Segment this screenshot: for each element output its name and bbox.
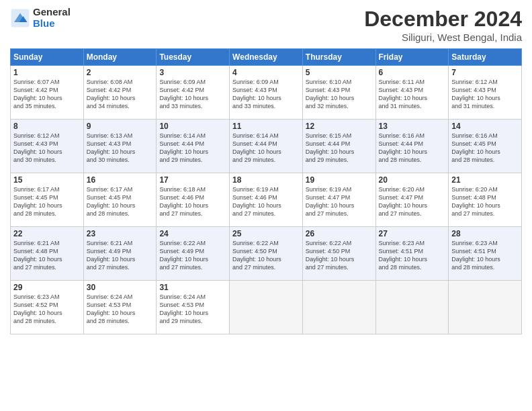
logo-text: General Blue (33, 7, 71, 29)
col-monday: Monday (83, 49, 157, 66)
day-info: Sunrise: 6:18 AMSunset: 4:46 PMDaylight:… (159, 186, 208, 217)
table-row (230, 281, 303, 334)
table-row (302, 281, 375, 334)
day-info: Sunrise: 6:14 AMSunset: 4:44 PMDaylight:… (232, 132, 281, 163)
day-info: Sunrise: 6:10 AMSunset: 4:43 PMDaylight:… (306, 79, 355, 109)
table-row: 25 Sunrise: 6:22 AMSunset: 4:50 PMDaylig… (230, 227, 303, 281)
table-row: 1 Sunrise: 6:07 AMSunset: 4:42 PMDayligh… (11, 66, 84, 120)
day-info: Sunrise: 6:23 AMSunset: 4:51 PMDaylight:… (379, 240, 428, 271)
day-info: Sunrise: 6:08 AMSunset: 4:42 PMDaylight:… (87, 79, 136, 109)
table-row: 10 Sunrise: 6:14 AMSunset: 4:44 PMDaylig… (157, 120, 230, 173)
table-row: 8 Sunrise: 6:12 AMSunset: 4:43 PMDayligh… (11, 120, 84, 173)
calendar-row: 8 Sunrise: 6:12 AMSunset: 4:43 PMDayligh… (11, 120, 522, 173)
day-info: Sunrise: 6:23 AMSunset: 4:52 PMDaylight:… (13, 293, 62, 324)
day-number: 14 (451, 122, 519, 131)
table-row: 27 Sunrise: 6:23 AMSunset: 4:51 PMDaylig… (375, 227, 449, 281)
day-info: Sunrise: 6:22 AMSunset: 4:50 PMDaylight:… (232, 240, 281, 271)
day-number: 28 (451, 229, 519, 238)
day-number: 9 (87, 122, 154, 131)
calendar-row: 15 Sunrise: 6:17 AMSunset: 4:45 PMDaylig… (11, 173, 522, 227)
day-number: 31 (159, 283, 226, 292)
table-row: 30 Sunrise: 6:24 AMSunset: 4:53 PMDaylig… (83, 281, 157, 334)
day-info: Sunrise: 6:22 AMSunset: 4:49 PMDaylight:… (159, 240, 208, 271)
day-number: 17 (159, 175, 226, 185)
table-row: 4 Sunrise: 6:09 AMSunset: 4:43 PMDayligh… (230, 66, 303, 120)
table-row: 15 Sunrise: 6:17 AMSunset: 4:45 PMDaylig… (11, 173, 84, 227)
day-info: Sunrise: 6:12 AMSunset: 4:43 PMDaylight:… (13, 132, 62, 163)
col-thursday: Thursday (302, 49, 375, 66)
table-row: 9 Sunrise: 6:13 AMSunset: 4:43 PMDayligh… (83, 120, 157, 173)
title-block: December 2024 Siliguri, West Bengal, Ind… (364, 7, 522, 43)
day-info: Sunrise: 6:15 AMSunset: 4:44 PMDaylight:… (306, 132, 355, 163)
day-number: 16 (87, 175, 154, 185)
calendar-table: Sunday Monday Tuesday Wednesday Thursday… (10, 48, 522, 334)
col-sunday: Sunday (11, 49, 84, 66)
day-number: 12 (306, 122, 373, 131)
table-row: 2 Sunrise: 6:08 AMSunset: 4:42 PMDayligh… (83, 66, 157, 120)
logo-icon (10, 8, 30, 28)
day-number: 22 (13, 229, 81, 238)
day-info: Sunrise: 6:21 AMSunset: 4:49 PMDaylight:… (87, 240, 136, 271)
day-info: Sunrise: 6:17 AMSunset: 4:45 PMDaylight:… (13, 186, 62, 217)
day-info: Sunrise: 6:14 AMSunset: 4:44 PMDaylight:… (159, 132, 208, 163)
day-number: 3 (159, 68, 226, 77)
table-row: 21 Sunrise: 6:20 AMSunset: 4:48 PMDaylig… (449, 173, 522, 227)
table-row: 7 Sunrise: 6:12 AMSunset: 4:43 PMDayligh… (449, 66, 522, 120)
day-number: 20 (379, 175, 446, 185)
day-number: 21 (451, 175, 519, 185)
col-wednesday: Wednesday (230, 49, 303, 66)
day-number: 1 (13, 68, 81, 77)
day-info: Sunrise: 6:20 AMSunset: 4:47 PMDaylight:… (379, 186, 428, 217)
day-number: 8 (13, 122, 81, 131)
table-row: 28 Sunrise: 6:23 AMSunset: 4:51 PMDaylig… (449, 227, 522, 281)
day-info: Sunrise: 6:24 AMSunset: 4:53 PMDaylight:… (87, 293, 136, 324)
day-number: 30 (87, 283, 154, 292)
calendar-row: 29 Sunrise: 6:23 AMSunset: 4:52 PMDaylig… (11, 281, 522, 334)
table-row: 6 Sunrise: 6:11 AMSunset: 4:43 PMDayligh… (375, 66, 449, 120)
table-row: 13 Sunrise: 6:16 AMSunset: 4:44 PMDaylig… (375, 120, 449, 173)
day-number: 15 (13, 175, 81, 185)
day-info: Sunrise: 6:16 AMSunset: 4:44 PMDaylight:… (379, 132, 428, 163)
table-row: 24 Sunrise: 6:22 AMSunset: 4:49 PMDaylig… (157, 227, 230, 281)
day-number: 11 (232, 122, 300, 131)
day-number: 10 (159, 122, 226, 131)
table-row: 14 Sunrise: 6:16 AMSunset: 4:45 PMDaylig… (449, 120, 522, 173)
day-info: Sunrise: 6:09 AMSunset: 4:42 PMDaylight:… (159, 79, 208, 109)
calendar-header-row: Sunday Monday Tuesday Wednesday Thursday… (11, 49, 522, 66)
day-info: Sunrise: 6:21 AMSunset: 4:48 PMDaylight:… (13, 240, 62, 271)
day-info: Sunrise: 6:13 AMSunset: 4:43 PMDaylight:… (87, 132, 136, 163)
day-number: 23 (87, 229, 154, 238)
day-number: 4 (232, 68, 300, 77)
table-row: 29 Sunrise: 6:23 AMSunset: 4:52 PMDaylig… (11, 281, 84, 334)
table-row: 16 Sunrise: 6:17 AMSunset: 4:45 PMDaylig… (83, 173, 157, 227)
day-number: 18 (232, 175, 300, 185)
day-info: Sunrise: 6:09 AMSunset: 4:43 PMDaylight:… (232, 79, 281, 109)
day-number: 19 (306, 175, 373, 185)
page-header: General Blue December 2024 Siliguri, Wes… (10, 7, 522, 43)
day-number: 27 (379, 229, 446, 238)
table-row (449, 281, 522, 334)
day-number: 25 (232, 229, 300, 238)
day-info: Sunrise: 6:23 AMSunset: 4:51 PMDaylight:… (451, 240, 500, 271)
day-info: Sunrise: 6:20 AMSunset: 4:48 PMDaylight:… (451, 186, 500, 217)
day-number: 13 (379, 122, 446, 131)
table-row: 26 Sunrise: 6:22 AMSunset: 4:50 PMDaylig… (302, 227, 375, 281)
table-row: 22 Sunrise: 6:21 AMSunset: 4:48 PMDaylig… (11, 227, 84, 281)
day-info: Sunrise: 6:12 AMSunset: 4:43 PMDaylight:… (451, 79, 500, 109)
month-title: December 2024 (364, 7, 522, 32)
col-saturday: Saturday (449, 49, 522, 66)
day-number: 7 (451, 68, 519, 77)
table-row: 23 Sunrise: 6:21 AMSunset: 4:49 PMDaylig… (83, 227, 157, 281)
day-info: Sunrise: 6:19 AMSunset: 4:46 PMDaylight:… (232, 186, 281, 217)
day-info: Sunrise: 6:07 AMSunset: 4:42 PMDaylight:… (13, 79, 62, 109)
day-info: Sunrise: 6:16 AMSunset: 4:45 PMDaylight:… (451, 132, 500, 163)
table-row: 20 Sunrise: 6:20 AMSunset: 4:47 PMDaylig… (375, 173, 449, 227)
logo: General Blue (10, 7, 71, 29)
calendar-row: 1 Sunrise: 6:07 AMSunset: 4:42 PMDayligh… (11, 66, 522, 120)
col-friday: Friday (375, 49, 449, 66)
table-row: 11 Sunrise: 6:14 AMSunset: 4:44 PMDaylig… (230, 120, 303, 173)
day-info: Sunrise: 6:17 AMSunset: 4:45 PMDaylight:… (87, 186, 136, 217)
location-subtitle: Siliguri, West Bengal, India (364, 32, 522, 43)
logo-general: General (33, 7, 71, 18)
table-row: 12 Sunrise: 6:15 AMSunset: 4:44 PMDaylig… (302, 120, 375, 173)
